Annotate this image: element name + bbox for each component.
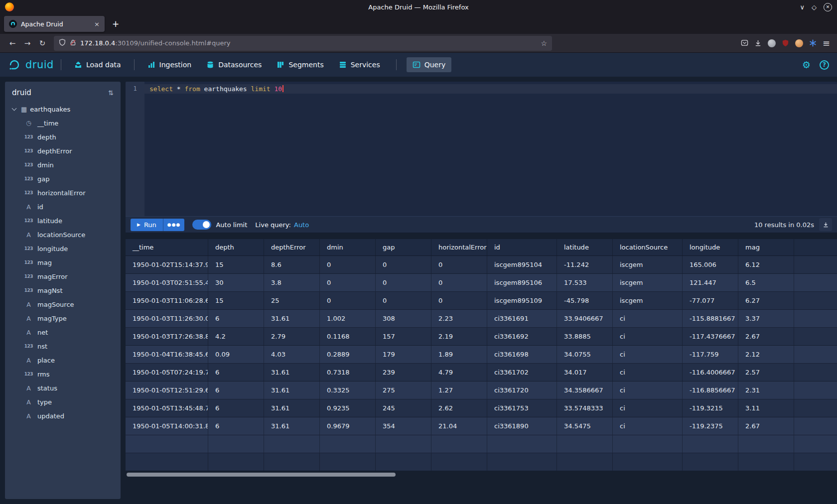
editor-code-area[interactable]: select * from earthquakes limit 10 <box>144 82 837 216</box>
table-cell[interactable]: ci3361720 <box>487 381 557 399</box>
table-row[interactable]: 1950-01-05T14:00:31.860Z 6 31.61 0.9679 … <box>126 417 837 435</box>
table-cell[interactable]: 17.533 <box>557 274 613 291</box>
table-cell[interactable]: 239 <box>376 364 431 381</box>
account-icon[interactable] <box>768 39 776 47</box>
table-cell[interactable]: 0 <box>376 256 431 273</box>
table-cell[interactable]: 6.27 <box>738 292 794 309</box>
table-cell[interactable]: -115.8881667 <box>683 310 738 327</box>
chevron-down-icon[interactable] <box>11 106 18 113</box>
column-header[interactable]: depth <box>208 239 264 255</box>
table-row[interactable]: 1950-01-05T13:45:48.730Z 6 31.61 0.9235 … <box>126 399 837 417</box>
table-cell[interactable]: iscgem <box>613 292 683 309</box>
table-cell[interactable]: 30 <box>208 274 264 291</box>
url-bar[interactable]: 172.18.0.4:30109/unified-console.html#qu… <box>54 36 552 51</box>
table-cell[interactable]: ci3361698 <box>487 346 557 363</box>
table-cell[interactable]: 2.19 <box>431 328 487 345</box>
table-row[interactable]: 1950-01-03T11:26:30.040Z 6 31.61 1.002 3… <box>126 310 837 328</box>
horizontal-scrollbar[interactable] <box>127 473 396 477</box>
table-cell[interactable]: 275 <box>376 381 431 399</box>
table-cell[interactable]: 2.67 <box>738 417 794 435</box>
table-row[interactable]: 1950-01-05T12:51:29.690Z 6 31.61 0.3325 … <box>126 381 837 399</box>
table-cell[interactable]: 1950-01-05T07:24:19.740Z <box>126 364 208 381</box>
table-cell[interactable]: 0.1168 <box>320 328 376 345</box>
table-cell[interactable]: 3.8 <box>264 274 320 291</box>
table-cell[interactable]: 0.9235 <box>320 399 376 417</box>
new-tab-button[interactable]: + <box>109 17 123 31</box>
table-cell[interactable]: 1950-01-05T14:00:31.860Z <box>126 417 208 435</box>
table-cell[interactable]: 1950-01-04T16:38:45.670Z <box>126 346 208 363</box>
table-cell[interactable]: 1950-01-02T15:14:37.960Z <box>126 256 208 273</box>
column-header[interactable]: gap <box>376 239 431 255</box>
table-cell[interactable]: 1950-01-03T11:26:30.040Z <box>126 310 208 327</box>
query-editor[interactable]: 1 select * from earthquakes limit 10 <box>126 82 837 216</box>
table-cell[interactable]: iscgem <box>613 274 683 291</box>
menu-icon[interactable]: ≡ <box>823 39 830 48</box>
sort-icon[interactable]: ⇅ <box>108 89 114 97</box>
table-cell[interactable]: 0.3325 <box>320 381 376 399</box>
table-cell[interactable]: 3.37 <box>738 310 794 327</box>
table-cell[interactable]: 15 <box>208 292 264 309</box>
column-item[interactable]: 123 depth <box>5 130 121 144</box>
column-item[interactable]: 123 latitude <box>5 214 121 228</box>
table-cell[interactable]: -117.759 <box>683 346 738 363</box>
table-cell[interactable]: iscgem895109 <box>487 292 557 309</box>
column-header[interactable]: mag <box>738 239 794 255</box>
table-cell[interactable]: 33.5748333 <box>557 399 613 417</box>
table-cell[interactable]: 157 <box>376 328 431 345</box>
table-cell[interactable]: 4.2 <box>208 328 264 345</box>
table-cell[interactable]: ci <box>613 310 683 327</box>
column-item[interactable]: A locationSource <box>5 228 121 242</box>
table-cell[interactable]: -116.8856667 <box>683 381 738 399</box>
table-cell[interactable]: ci <box>613 328 683 345</box>
column-item[interactable]: A magSource <box>5 297 121 311</box>
column-header[interactable]: id <box>487 239 557 255</box>
table-cell[interactable]: iscgem895106 <box>487 274 557 291</box>
table-cell[interactable]: ci <box>613 417 683 435</box>
table-row[interactable]: 1950-01-03T17:26:38.860Z 4.2 2.79 0.1168… <box>126 328 837 346</box>
table-cell[interactable]: 0.7318 <box>320 364 376 381</box>
table-cell[interactable]: 0 <box>376 274 431 291</box>
table-cell[interactable]: 33.9406667 <box>557 310 613 327</box>
table-cell[interactable]: 0.2889 <box>320 346 376 363</box>
live-query-control[interactable]: Live query: Auto <box>255 221 309 229</box>
table-cell[interactable]: 34.0755 <box>557 346 613 363</box>
table-cell[interactable]: 121.447 <box>683 274 738 291</box>
extension-blue-icon[interactable] <box>809 39 817 47</box>
datasource-item-earthquakes[interactable]: ▦ earthquakes <box>5 102 121 116</box>
table-cell[interactable]: 6 <box>208 310 264 327</box>
column-item[interactable]: 123 gap <box>5 172 121 186</box>
nav-services[interactable]: Services <box>333 57 386 72</box>
profile-avatar[interactable] <box>795 39 803 47</box>
maximize-icon[interactable]: ◇ <box>812 4 817 10</box>
table-cell[interactable]: 1950-01-05T12:51:29.690Z <box>126 381 208 399</box>
bookmark-star-icon[interactable]: ☆ <box>541 39 547 47</box>
table-cell[interactable]: 0 <box>431 256 487 273</box>
table-cell[interactable]: 34.5475 <box>557 417 613 435</box>
table-cell[interactable]: 1.27 <box>431 381 487 399</box>
table-cell[interactable]: iscgem <box>613 256 683 273</box>
column-header[interactable]: depthError <box>264 239 320 255</box>
table-cell[interactable]: -11.242 <box>557 256 613 273</box>
help-icon[interactable]: ? <box>820 60 829 70</box>
table-cell[interactable]: ci3361753 <box>487 399 557 417</box>
tab-close-icon[interactable]: × <box>94 20 100 28</box>
table-cell[interactable]: 2.12 <box>738 346 794 363</box>
table-cell[interactable]: 1.89 <box>431 346 487 363</box>
table-cell[interactable]: 8.6 <box>264 256 320 273</box>
table-cell[interactable]: 31.61 <box>264 399 320 417</box>
table-cell[interactable]: 1950-01-03T02:51:55.410Z <box>126 274 208 291</box>
forward-button[interactable]: → <box>20 36 35 51</box>
table-cell[interactable]: 6 <box>208 399 264 417</box>
back-button[interactable]: ← <box>5 36 20 51</box>
table-cell[interactable]: 4.03 <box>264 346 320 363</box>
column-item[interactable]: A status <box>5 381 121 395</box>
table-cell[interactable]: ci <box>613 364 683 381</box>
ublock-icon[interactable] <box>782 39 789 47</box>
table-cell[interactable]: 179 <box>376 346 431 363</box>
download-results-button[interactable] <box>819 218 832 231</box>
table-row[interactable]: 1950-01-03T11:06:28.640Z 15 25 0 0 0 isc… <box>126 292 837 310</box>
table-cell[interactable]: 0.09 <box>208 346 264 363</box>
table-cell[interactable]: 2.67 <box>738 328 794 345</box>
column-item[interactable]: A place <box>5 353 121 367</box>
table-cell[interactable]: 1.002 <box>320 310 376 327</box>
